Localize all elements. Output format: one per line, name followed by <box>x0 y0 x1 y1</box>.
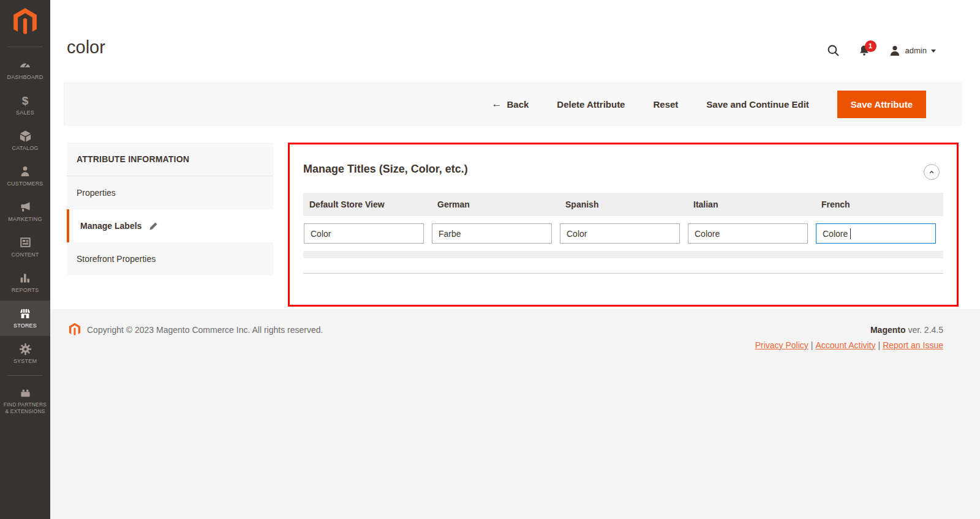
notifications-bell-icon[interactable]: 1 <box>858 45 870 57</box>
admin-user-menu[interactable]: admin <box>889 45 936 57</box>
stores-icon <box>18 307 32 320</box>
customers-icon <box>19 165 31 178</box>
footer: Copyright © 2023 Magento Commerce Inc. A… <box>50 309 980 519</box>
tab-properties[interactable]: Properties <box>67 176 273 209</box>
cell-default-store-view <box>303 223 431 244</box>
sidebar-item-label: CUSTOMERS <box>7 181 43 187</box>
cell-french <box>815 223 943 244</box>
user-avatar-icon <box>889 45 901 57</box>
column-header-spanish: Spanish <box>559 200 687 209</box>
main-area: color 1 admin <box>50 0 980 519</box>
panel-title: ATTRIBUTE INFORMATION <box>67 143 273 176</box>
sales-icon: $ <box>22 94 29 107</box>
reports-icon <box>19 271 31 285</box>
magento-admin-page: DASHBOARD $ SALES CATALOG CUSTOMERS MARK… <box>0 0 980 519</box>
sidebar-item-reports[interactable]: REPORTS <box>0 265 50 301</box>
page-actions-toolbar: ← Back Delete Attribute Reset Save and C… <box>64 83 962 125</box>
version-text: Magento ver. 2.4.5 <box>870 325 943 335</box>
sidebar-item-label: STORES <box>13 323 37 329</box>
sidebar-item-sales[interactable]: $ SALES <box>0 88 50 123</box>
sidebar-item-label: FIND PARTNERS & EXTENSIONS <box>2 401 48 414</box>
delete-attribute-button[interactable]: Delete Attribute <box>557 99 625 110</box>
sidebar-item-label: REPORTS <box>12 287 39 294</box>
back-button[interactable]: ← Back <box>491 98 529 110</box>
chevron-down-icon <box>931 50 936 53</box>
notification-count-badge: 1 <box>865 40 876 52</box>
sidebar-item-label: SALES <box>16 110 34 116</box>
sidebar-item-dashboard[interactable]: DASHBOARD <box>0 52 50 88</box>
header-actions: 1 admin <box>827 44 936 57</box>
column-header-french: French <box>815 200 943 209</box>
cell-italian <box>687 223 815 244</box>
user-name: admin <box>905 46 927 55</box>
title-input-french[interactable] <box>816 223 936 244</box>
pencil-edit-icon <box>149 222 158 231</box>
search-icon[interactable] <box>827 44 840 57</box>
manage-titles-section: Manage Titles (Size, Color, etc.) Defaul… <box>288 143 959 307</box>
title-input-default-store-view[interactable] <box>304 223 424 244</box>
sidebar-item-label: SYSTEM <box>13 358 37 365</box>
chevron-up-icon <box>927 168 936 176</box>
tab-storefront-properties[interactable]: Storefront Properties <box>67 242 273 275</box>
back-arrow-icon: ← <box>491 98 502 110</box>
sidebar-item-stores[interactable]: STORES <box>0 301 50 336</box>
extensions-icon <box>19 386 32 399</box>
content-area: color 1 admin <box>50 0 980 309</box>
sidebar-item-catalog[interactable]: CATALOG <box>0 123 50 159</box>
title-input-italian[interactable] <box>688 223 808 244</box>
sidebar-item-find-partners[interactable]: FIND PARTNERS & EXTENSIONS <box>0 381 50 419</box>
sidebar-item-system[interactable]: SYSTEM <box>0 336 50 372</box>
report-issue-link[interactable]: Report an Issue <box>883 340 943 350</box>
table-footer-strip <box>303 251 943 258</box>
footer-links: Privacy Policy|Account Activity|Report a… <box>69 340 943 350</box>
brand-name: Magento <box>870 325 906 335</box>
magento-logo[interactable] <box>12 0 38 43</box>
content-row: ATTRIBUTE INFORMATION Properties Manage … <box>67 143 959 307</box>
page-title: color <box>67 38 105 58</box>
privacy-policy-link[interactable]: Privacy Policy <box>755 340 809 350</box>
dashboard-icon <box>18 58 32 72</box>
manage-titles-heading: Manage Titles (Size, Color, etc.) <box>303 163 943 176</box>
sidebar-item-customers[interactable]: CUSTOMERS <box>0 159 50 194</box>
table-header-row: Default Store View German Spanish Italia… <box>303 193 943 216</box>
attribute-information-panel: ATTRIBUTE INFORMATION Properties Manage … <box>67 143 273 307</box>
section-divider <box>303 273 943 274</box>
title-input-spanish[interactable] <box>560 223 680 244</box>
column-header-default-store-view: Default Store View <box>303 200 431 209</box>
tab-label: Manage Labels <box>80 221 141 231</box>
title-input-german[interactable] <box>432 223 552 244</box>
sidebar-item-label: CONTENT <box>12 252 39 258</box>
sidebar-item-label: DASHBOARD <box>7 74 43 81</box>
sidebar-item-label: MARKETING <box>8 216 42 223</box>
page-header: color 1 admin <box>50 0 980 83</box>
content-icon <box>19 236 32 249</box>
account-activity-link[interactable]: Account Activity <box>815 340 875 350</box>
sidebar-divider <box>7 47 43 47</box>
tab-label: Properties <box>77 188 116 198</box>
sidebar-divider <box>7 375 43 376</box>
table-row <box>303 216 943 251</box>
sidebar: DASHBOARD $ SALES CATALOG CUSTOMERS MARK… <box>0 0 50 519</box>
system-icon <box>19 342 32 356</box>
column-header-german: German <box>431 200 559 209</box>
column-header-italian: Italian <box>687 200 815 209</box>
collapse-section-button[interactable] <box>924 164 940 180</box>
copyright-group: Copyright © 2023 Magento Commerce Inc. A… <box>69 323 323 337</box>
save-and-continue-button[interactable]: Save and Continue Edit <box>706 99 809 110</box>
catalog-icon <box>19 129 32 143</box>
reset-button[interactable]: Reset <box>653 99 678 110</box>
tab-label: Storefront Properties <box>77 254 156 264</box>
text-cursor <box>850 228 851 239</box>
save-attribute-button[interactable]: Save Attribute <box>837 91 926 118</box>
sidebar-item-content[interactable]: CONTENT <box>0 230 50 265</box>
sidebar-item-marketing[interactable]: MARKETING <box>0 194 50 230</box>
manage-titles-table: Default Store View German Spanish Italia… <box>303 193 943 274</box>
sidebar-item-label: CATALOG <box>12 145 38 152</box>
cell-german <box>431 223 559 244</box>
tab-manage-labels[interactable]: Manage Labels <box>67 209 273 242</box>
marketing-icon <box>19 200 32 214</box>
copyright-text: Copyright © 2023 Magento Commerce Inc. A… <box>87 325 323 335</box>
magento-footer-logo-icon <box>69 323 81 337</box>
cell-spanish <box>559 223 687 244</box>
magento-logo-icon <box>12 7 38 37</box>
